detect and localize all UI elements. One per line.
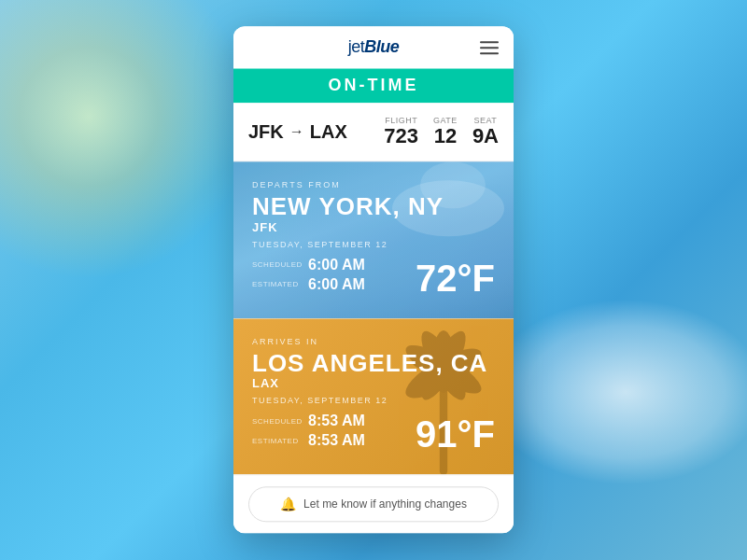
departure-date: TUESDAY, SEPTEMBER 12 bbox=[252, 240, 495, 249]
departure-airport-code: JFK bbox=[252, 220, 495, 234]
destination-code: LAX bbox=[310, 121, 347, 143]
seat-col: SEAT 9A bbox=[472, 116, 499, 147]
arrival-date: TUESDAY, SEPTEMBER 12 bbox=[252, 397, 495, 406]
logo-suffix: Blue bbox=[364, 37, 399, 56]
status-text: ON-TIME bbox=[241, 76, 506, 95]
departure-estimated-time: 6:00 AM bbox=[308, 276, 365, 293]
arrival-city: LOS ANGELES, CA bbox=[252, 350, 495, 377]
route-display: JFK → LAX bbox=[248, 121, 384, 143]
menu-line-2 bbox=[480, 47, 499, 49]
logo-prefix: jet bbox=[348, 37, 365, 56]
notify-button[interactable]: 🔔 Let me know if anything changes bbox=[248, 487, 499, 523]
jetblue-logo: jetBlue bbox=[348, 37, 400, 57]
gate-number: 12 bbox=[434, 124, 457, 147]
arrival-section: ARRIVES IN LOS ANGELES, CA LAX TUESDAY, … bbox=[233, 318, 514, 475]
menu-button[interactable] bbox=[480, 41, 499, 54]
flight-details: FLIGHT 723 GATE 12 SEAT 9A bbox=[384, 116, 499, 147]
origin-code: JFK bbox=[248, 121, 284, 143]
gate-col: GATE 12 bbox=[433, 116, 458, 147]
route-arrow-icon: → bbox=[289, 123, 304, 140]
arrival-label: ARRIVES IN bbox=[252, 337, 495, 346]
menu-line-1 bbox=[480, 41, 499, 43]
status-bar: ON-TIME bbox=[233, 68, 514, 103]
arrival-temperature: 91°F bbox=[416, 414, 495, 456]
scheduled-label: SCHEDULED bbox=[252, 261, 301, 270]
flight-card: jetBlue ON-TIME JFK → LAX FLIGHT 723 GAT… bbox=[233, 26, 514, 533]
flight-number: 723 bbox=[384, 124, 418, 147]
footer: 🔔 Let me know if anything changes bbox=[233, 475, 514, 534]
departure-label: DEPARTS FROM bbox=[252, 181, 495, 190]
departure-section: DEPARTS FROM NEW YORK, NY JFK TUESDAY, S… bbox=[233, 162, 514, 319]
estimated-label: ESTIMATED bbox=[252, 281, 301, 289]
arrival-scheduled-label: SCHEDULED bbox=[252, 417, 301, 426]
bell-icon: 🔔 bbox=[280, 497, 296, 512]
arrival-estimated-label: ESTIMATED bbox=[252, 437, 301, 445]
menu-line-3 bbox=[480, 52, 499, 54]
departure-city: NEW YORK, NY bbox=[252, 194, 495, 221]
departure-scheduled-time: 6:00 AM bbox=[308, 257, 365, 273]
app-header: jetBlue bbox=[233, 26, 514, 68]
arrival-estimated-time: 8:53 AM bbox=[308, 433, 365, 450]
flight-info-row: JFK → LAX FLIGHT 723 GATE 12 SEAT 9A bbox=[233, 103, 514, 161]
seat-number: 9A bbox=[472, 124, 499, 147]
arrival-scheduled-time: 8:53 AM bbox=[308, 413, 365, 430]
arrival-airport-code: LAX bbox=[252, 377, 495, 391]
departure-temperature: 72°F bbox=[416, 258, 495, 300]
flight-number-col: FLIGHT 723 bbox=[384, 116, 418, 147]
notify-button-label: Let me know if anything changes bbox=[303, 498, 467, 511]
